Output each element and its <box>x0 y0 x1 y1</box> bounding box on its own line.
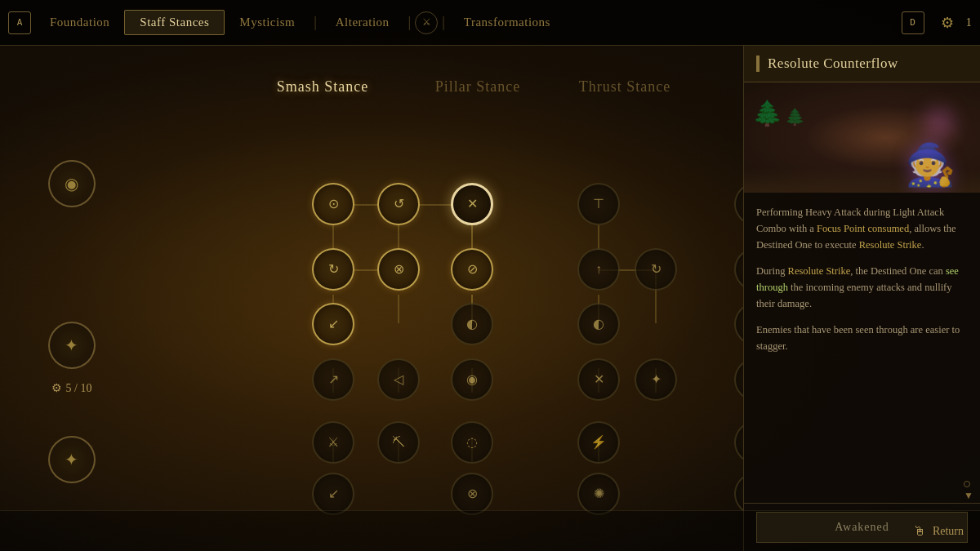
thrust-node-3-1[interactable]: ↗ <box>734 303 743 345</box>
scroll-indicator: ▼ <box>964 481 973 502</box>
scroll-dot-up <box>964 481 970 487</box>
desc-para-1: Performing Heavy Attack during Light Att… <box>756 204 968 253</box>
detail-panel: Resolute Counterflow 🧙 🌲 🌲 Performing He… <box>743 46 980 551</box>
main-content: ◉ ✦ ⚙ 5 / 10 ✦ Smash Stance Pillar Stanc… <box>0 46 980 551</box>
nav-focus-count: 1 <box>966 16 973 29</box>
smash-node-4-2[interactable]: ◁ <box>377 358 420 401</box>
skill-tree-area: Smash Stance Pillar Stance Thrust Stance <box>143 46 743 551</box>
image-placeholder: 🧙 🌲 🌲 <box>744 82 980 193</box>
smash-node-3-1[interactable]: ↙ <box>312 303 354 345</box>
pillar-stance-col: Pillar Stance <box>404 78 551 104</box>
nav-foundation[interactable]: Foundation <box>35 11 124 34</box>
bottom-bar: 🖱 Return <box>0 510 980 551</box>
smash-node-2-1[interactable]: ↻ <box>312 248 354 291</box>
pillar-node-2-2[interactable]: ↻ <box>635 248 677 291</box>
nav-focus-icon: ⚙ <box>941 14 954 32</box>
thrust-node-1-1[interactable]: — <box>734 183 743 225</box>
nav-mysticism[interactable]: Mysticism <box>225 11 310 34</box>
left-panel: ◉ ✦ ⚙ 5 / 10 ✦ <box>0 46 143 551</box>
nav-sep-2: | <box>404 14 416 31</box>
smash-node-3-2[interactable]: ◐ <box>451 303 493 345</box>
smoke-effect <box>915 99 964 148</box>
nav-sep-1: | <box>310 14 321 31</box>
character-silhouette: 🧙 <box>905 141 956 189</box>
smash-node-1-3[interactable]: ✕ <box>451 183 493 225</box>
smash-node-1-1[interactable]: ⊙ <box>312 183 354 225</box>
highlight-focus-point: Focus Point consumed <box>817 223 909 234</box>
smash-node-6-1[interactable]: ↙ <box>312 473 354 515</box>
nav-sep-3: | <box>438 14 449 31</box>
thrust-node-5-1[interactable]: ⊛ <box>734 421 743 464</box>
pillar-node-2-1[interactable]: ↑ <box>577 248 620 291</box>
return-button[interactable]: 🖱 Return <box>913 524 964 539</box>
focus-counter: ⚙ 5 / 10 <box>51 381 92 395</box>
nav-staff-stances[interactable]: Staff Stances <box>124 10 225 35</box>
detail-title: Resolute Counterflow <box>768 56 898 72</box>
thrust-stance-col: Thrust Stance <box>551 78 698 104</box>
pillar-node-6-1[interactable]: ✺ <box>577 473 620 515</box>
thrust-node-2-1[interactable]: → <box>734 248 743 291</box>
connectors-svg <box>143 46 743 551</box>
highlight-resolute-strike-1: Resolute Strike <box>859 239 922 251</box>
pillar-stance-label: Pillar Stance <box>435 78 520 96</box>
smash-node-4-1[interactable]: ↗ <box>312 358 354 401</box>
desc-para-2: During Resolute Strike, the Destined One… <box>756 263 968 312</box>
smash-node-1-2[interactable]: ↺ <box>377 183 420 225</box>
nav-alteration[interactable]: Alteration <box>321 11 404 34</box>
nav-right-key: D <box>902 11 924 34</box>
nav-left-key: A <box>8 11 31 34</box>
return-icon: 🖱 <box>913 524 926 539</box>
left-icon-bottom: ✦ <box>48 436 96 483</box>
smash-node-2-3[interactable]: ⊘ <box>451 248 493 291</box>
smash-node-5-2[interactable]: ⛏ <box>377 421 420 464</box>
pillar-node-1-1[interactable]: ⊤ <box>577 183 620 225</box>
left-icon-mid: ✦ <box>48 322 96 369</box>
thrust-node-4-1[interactable]: ↑ <box>734 358 743 401</box>
thrust-node-6-1[interactable]: ∞ <box>734 473 743 515</box>
pillar-node-4-1[interactable]: ✕ <box>577 358 620 401</box>
detail-description: Performing Heavy Attack during Light Att… <box>744 193 980 503</box>
pillar-node-3-1[interactable]: ◐ <box>577 303 620 345</box>
nav-right: D ⚙ 1 <box>902 11 973 34</box>
nav-weapon-icon: ⚔ <box>415 11 438 34</box>
left-icon-top: ◉ <box>48 160 96 207</box>
smash-node-5-3[interactable]: ◌ <box>451 421 493 464</box>
detail-image: 🧙 🌲 🌲 <box>744 82 980 193</box>
smash-node-5-1[interactable]: ⚔ <box>312 421 354 464</box>
smash-stance-col: Smash Stance <box>241 78 404 104</box>
detail-title-bar: Resolute Counterflow <box>744 46 980 82</box>
stance-headers: Smash Stance Pillar Stance Thrust Stance <box>176 78 743 104</box>
return-label: Return <box>933 525 964 538</box>
smash-node-4-3[interactable]: ◉ <box>451 358 493 401</box>
nav-transformations[interactable]: Transformations <box>449 11 565 34</box>
title-accent <box>756 56 760 72</box>
smash-node-6-2[interactable]: ⊗ <box>451 473 493 515</box>
thrust-stance-label: Thrust Stance <box>579 78 670 96</box>
desc-para-3: Enemies that have been seen through are … <box>756 322 968 354</box>
scroll-arrow-down[interactable]: ▼ <box>964 490 973 502</box>
smash-node-2-2[interactable]: ⊗ <box>377 248 420 291</box>
highlight-resolute-strike-2: Resolute Strike <box>788 265 851 277</box>
nav-bar: A Foundation Staff Stances Mysticism | A… <box>0 0 980 46</box>
highlight-see-through: see through <box>756 265 959 293</box>
pillar-node-4-2[interactable]: ✦ <box>635 358 677 401</box>
smash-stance-label: Smash Stance <box>277 78 369 96</box>
pillar-node-5-1[interactable]: ⚡ <box>577 421 620 464</box>
